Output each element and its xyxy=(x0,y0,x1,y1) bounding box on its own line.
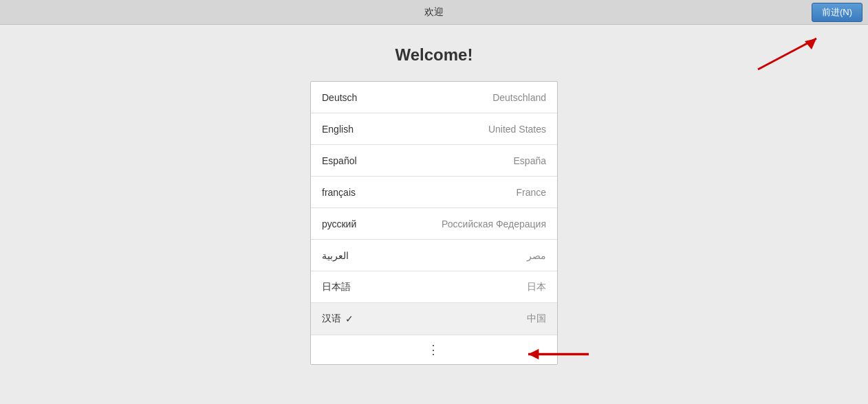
language-item[interactable]: françaisFrance xyxy=(311,177,557,208)
language-region: 日本 xyxy=(527,281,546,293)
language-region: France xyxy=(516,187,546,198)
language-region: 中国 xyxy=(527,313,546,325)
language-name: Deutsch xyxy=(322,92,357,103)
language-region: Российская Федерация xyxy=(442,218,546,229)
language-item[interactable]: русскийРоссийская Федерация xyxy=(311,208,557,240)
language-item[interactable]: 日本語日本 xyxy=(311,271,557,303)
welcome-title: Welcome! xyxy=(395,45,473,65)
language-item[interactable]: DeutschDeutschland xyxy=(311,82,557,113)
language-item[interactable]: EnglishUnited States xyxy=(311,113,557,145)
next-button[interactable]: 前进(N) xyxy=(812,3,862,22)
language-region: United States xyxy=(488,124,546,135)
language-region: مصر xyxy=(527,250,546,261)
language-name: français xyxy=(322,187,356,198)
language-name: русский xyxy=(322,218,356,229)
arrow-next-indicator xyxy=(744,32,827,73)
language-list: DeutschDeutschlandEnglishUnited StatesEs… xyxy=(310,81,558,365)
more-dots-icon: ⋮ xyxy=(427,342,441,357)
top-bar-title: 欢迎 xyxy=(424,6,444,19)
more-button[interactable]: ⋮ xyxy=(311,335,557,364)
language-name: 日本語 xyxy=(322,281,351,293)
top-bar: 欢迎 前进(N) xyxy=(0,0,868,25)
language-name: العربية xyxy=(322,250,349,261)
language-item[interactable]: EspañolEspaña xyxy=(311,145,557,177)
svg-line-0 xyxy=(758,38,816,69)
language-item[interactable]: العربيةمصر xyxy=(311,240,557,271)
language-region: Deutschland xyxy=(492,92,546,103)
language-item[interactable]: 汉语 ✓中国 xyxy=(311,303,557,335)
svg-marker-1 xyxy=(805,38,816,49)
language-name: English xyxy=(322,124,354,135)
main-content: Welcome! DeutschDeutschlandEnglishUnited… xyxy=(0,25,868,404)
language-region: España xyxy=(514,155,546,166)
language-name: Español xyxy=(322,155,357,166)
language-name: 汉语 ✓ xyxy=(322,313,354,325)
checkmark-icon: ✓ xyxy=(345,313,354,324)
